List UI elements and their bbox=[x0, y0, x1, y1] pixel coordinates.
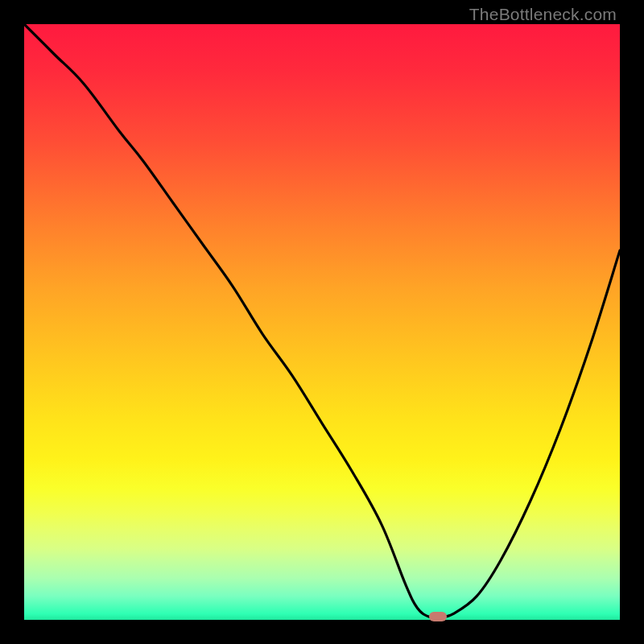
chart-frame: TheBottleneck.com bbox=[0, 0, 644, 644]
optimal-marker bbox=[429, 612, 447, 621]
bottleneck-curve bbox=[24, 24, 620, 617]
plot-area bbox=[24, 24, 620, 620]
watermark-text: TheBottleneck.com bbox=[469, 5, 617, 24]
curve-layer bbox=[24, 24, 620, 620]
